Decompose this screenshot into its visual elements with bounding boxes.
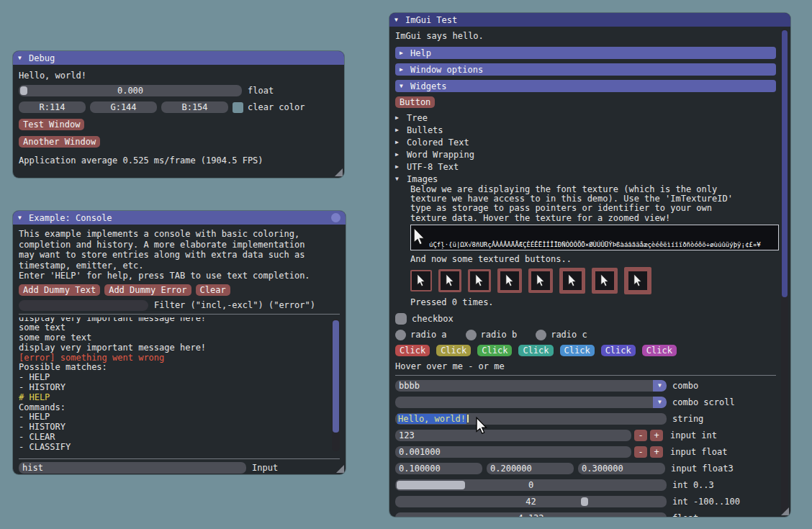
- plus-button[interactable]: +: [650, 446, 663, 458]
- test-titlebar[interactable]: ▼ ImGui Test: [389, 13, 790, 27]
- slider-int-0-3-label: int 0..3: [672, 480, 714, 490]
- tree-node-colored-text[interactable]: ▶ Colored Text: [395, 136, 776, 148]
- slider-float[interactable]: 4.132: [395, 512, 667, 517]
- expanded-arrow-icon: ▼: [395, 176, 402, 182]
- collapse-arrow-icon[interactable]: ▼: [18, 215, 24, 221]
- resize-grip[interactable]: [781, 507, 789, 515]
- clear-button[interactable]: Clear: [196, 284, 230, 296]
- click-button-5[interactable]: Click: [560, 345, 595, 356]
- chevron-down-icon: ▼: [658, 399, 662, 405]
- test-window-button[interactable]: Test Window: [19, 119, 84, 130]
- tree-node-word-wrapping[interactable]: ▶ Word Wrapping: [395, 148, 776, 160]
- radio-icon: [466, 330, 477, 340]
- console-intro-line: completion and history. A more elaborate…: [19, 240, 340, 250]
- drag-red-value: R:114: [39, 102, 65, 112]
- click-button-2[interactable]: Click: [436, 345, 471, 356]
- string-input[interactable]: Hello, world!: [395, 413, 667, 425]
- resize-grip[interactable]: [336, 465, 344, 473]
- slider-int-100[interactable]: 42: [395, 496, 667, 507]
- drag-red[interactable]: R:114: [19, 101, 86, 113]
- cursor-arrow-icon: [475, 273, 484, 287]
- collapsed-arrow-icon: ▶: [395, 139, 402, 145]
- scrollbar-grab[interactable]: [333, 320, 339, 433]
- radio-c[interactable]: radio c: [536, 330, 587, 340]
- textured-button[interactable]: [528, 268, 553, 293]
- click-button-6[interactable]: Click: [601, 345, 636, 356]
- slider-int-100-value: 42: [525, 497, 536, 507]
- input-float3-x[interactable]: 0.100000: [395, 463, 482, 474]
- input-float3-z-value: 0.300000: [578, 464, 623, 474]
- slider-grab[interactable]: [581, 497, 588, 506]
- textured-button[interactable]: [468, 269, 491, 292]
- console-input[interactable]: hist: [19, 462, 246, 474]
- minus-button[interactable]: -: [634, 430, 647, 441]
- scrollbar-track[interactable]: [781, 29, 788, 514]
- combo-arrow-button[interactable]: ▼: [653, 397, 667, 408]
- combo-box[interactable]: bbbb ▼: [395, 380, 667, 392]
- float-slider[interactable]: 0.000: [19, 85, 242, 96]
- header-help-label: Help: [410, 48, 431, 58]
- tree-node-tree[interactable]: ▶ Tree: [395, 112, 776, 124]
- log-line: Possible matches:: [19, 363, 328, 373]
- textured-button[interactable]: [624, 267, 651, 294]
- click-button-7[interactable]: Click: [642, 345, 677, 356]
- tree-node-label: Tree: [407, 113, 428, 123]
- separator: [19, 458, 340, 459]
- add-dummy-error-button[interactable]: Add Dummy Error: [104, 284, 191, 296]
- hover-text: Hover over me - or me: [395, 361, 776, 371]
- radio-icon: [395, 330, 406, 340]
- button-widget[interactable]: Button: [395, 96, 435, 108]
- imgui-test-window: ▼ ImGui Test ImGui says hello. ▶ Help ▶ …: [389, 13, 790, 517]
- tree-node-images[interactable]: ▼ Images: [395, 173, 776, 185]
- textured-button[interactable]: [410, 270, 432, 291]
- slider-grab[interactable]: [397, 481, 465, 489]
- log-line: - CLASSIFY: [19, 443, 328, 453]
- drag-blue[interactable]: B:154: [161, 101, 228, 113]
- float-slider-grab[interactable]: [20, 86, 27, 95]
- radio-b[interactable]: radio b: [466, 330, 518, 340]
- debug-titlebar[interactable]: ▼ Debug: [13, 51, 344, 65]
- scrollbar-track[interactable]: [332, 319, 340, 451]
- collapse-arrow-icon[interactable]: ▼: [394, 17, 401, 23]
- plus-button[interactable]: +: [650, 430, 663, 441]
- input-float-field[interactable]: 0.001000: [395, 446, 631, 458]
- combo-scroll-box[interactable]: ▼: [395, 397, 667, 408]
- tree-node-label: Bullets: [407, 125, 443, 135]
- textured-button[interactable]: [438, 269, 461, 292]
- console-intro-line: Enter 'HELP' for help, press TAB to use …: [19, 271, 340, 281]
- input-float3-y[interactable]: 0.200000: [487, 463, 574, 474]
- textured-button[interactable]: [592, 268, 618, 294]
- filter-input[interactable]: [19, 300, 148, 311]
- minus-button[interactable]: -: [634, 446, 647, 458]
- input-float3-x-value: 0.100000: [395, 464, 441, 474]
- collapsing-header-help[interactable]: ▶ Help: [395, 47, 776, 59]
- input-float3-z[interactable]: 0.300000: [578, 463, 665, 474]
- textured-button[interactable]: [559, 268, 585, 294]
- clear-color-swatch[interactable]: [233, 102, 243, 113]
- font-texture-image[interactable]: úÇfļ·{ü|ΩX√8ñURçÂÀÁÂÃÄÅÆÇÈÉÊËÌÍÎÏÐÑÒÓÔÕÖ…: [410, 225, 779, 250]
- close-icon[interactable]: [331, 213, 340, 222]
- tree-node-label: UTF-8 Text: [407, 162, 459, 172]
- add-dummy-text-button[interactable]: Add Dummy Text: [19, 284, 100, 296]
- input-float-label: input float: [670, 447, 727, 457]
- click-button-4[interactable]: Click: [518, 345, 553, 356]
- collapse-arrow-icon[interactable]: ▼: [18, 55, 24, 61]
- textured-button[interactable]: [497, 268, 522, 293]
- combo-arrow-button[interactable]: ▼: [653, 380, 667, 392]
- input-float3-y-value: 0.200000: [487, 464, 532, 474]
- input-int-field[interactable]: 123: [395, 430, 631, 441]
- tree-node-bullets[interactable]: ▶ Bullets: [395, 124, 776, 136]
- resize-grip[interactable]: [335, 168, 343, 176]
- collapsing-header-window-options[interactable]: ▶ Window options: [395, 63, 776, 76]
- scrollbar-grab[interactable]: [782, 30, 788, 297]
- another-window-button[interactable]: Another Window: [19, 136, 100, 148]
- slider-int-0-3[interactable]: 0: [395, 479, 667, 491]
- click-button-1[interactable]: Click: [395, 345, 430, 356]
- drag-green[interactable]: G:144: [90, 101, 157, 113]
- click-button-3[interactable]: Click: [477, 345, 512, 356]
- radio-a[interactable]: radio a: [395, 330, 447, 340]
- console-titlebar[interactable]: ▼ Example: Console: [13, 211, 346, 225]
- tree-node-utf8-text[interactable]: ▶ UTF-8 Text: [395, 160, 776, 173]
- collapsing-header-widgets[interactable]: ▼ Widgets: [395, 80, 776, 92]
- checkbox[interactable]: [395, 313, 407, 325]
